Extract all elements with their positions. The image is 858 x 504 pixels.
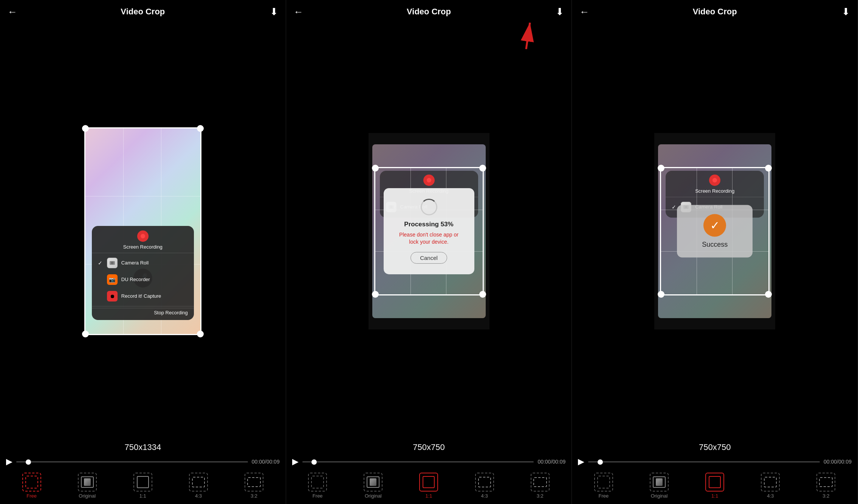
ratio-original-2[interactable]: Original [364,473,383,499]
ratio-free-icon-1 [22,473,41,492]
ratio-free-label-2: Free [313,493,323,499]
landscape-shape-1 [192,477,205,487]
ratio-32-label-1: 3:2 [251,493,257,499]
rec-dot-inner-1 [141,234,145,238]
progress-thumb-2 [311,459,317,465]
crop-corner-bl-3 [658,291,664,298]
ratio-43-label-2: 4:3 [481,493,488,499]
original-shape-2 [367,476,379,488]
rec-icon-row [92,230,194,242]
rec-item-du-recorder[interactable]: ✓ 📷 DU Recorder [92,271,194,288]
success-label: Success [702,240,728,248]
ratio-11-2[interactable]: 1:1 [419,473,438,499]
ratio-32-1[interactable]: 3:2 [245,473,263,499]
play-button-1[interactable]: ▶ [6,457,12,467]
check-mark-1: ✓ [98,260,104,266]
download-button-1[interactable]: ⬇ [270,6,278,18]
original-shape-3 [653,476,666,488]
ratio-free-label-3: Free [599,493,609,499]
rec-dot-1 [137,230,149,242]
rec-item-record-it[interactable]: ✓ ⏺ Record it! Capture [92,288,194,305]
ratio-free-icon-3 [594,473,613,492]
ratio-original-icon-2 [364,473,383,492]
dimension-label-2: 750x750 [286,439,572,455]
ratio-32-icon-2 [531,473,550,492]
camera-roll-label: Camera Roll [121,260,149,266]
ratio-43-3[interactable]: 4:3 [761,473,780,499]
svg-line-4 [526,23,530,49]
progress-track-1[interactable] [16,461,248,462]
cancel-button[interactable]: Cancel [410,252,447,264]
back-button-2[interactable]: ← [294,6,304,18]
ratio-original-1[interactable]: Original [78,473,97,499]
crop-corner-bl-2 [372,291,379,298]
ratio-43-2[interactable]: 4:3 [475,473,494,499]
download-button-3[interactable]: ⬇ [842,6,850,18]
play-button-2[interactable]: ▶ [292,457,299,467]
stop-row-1: Stop Recording [92,308,194,317]
ratio-43-1[interactable]: 4:3 [189,473,208,499]
ratio-43-label-3: 4:3 [767,493,774,499]
progress-track-3[interactable] [588,461,820,462]
ratio-11-3[interactable]: 1:1 [705,473,724,499]
crop-corner-tl-2 [372,165,379,172]
stop-label-1[interactable]: Stop Recording [154,310,188,315]
ratio-original-3[interactable]: Original [650,473,669,499]
ratio-bar-3: Free Original 1:1 4:3 3:2 [572,469,858,504]
landscape-shape-2 [478,477,491,487]
panel-3: ← Video Crop ⬇ Screen Recording ✓ [572,0,858,504]
ratio-original-label-3: Original [651,493,668,499]
ratio-11-label-2: 1:1 [425,493,432,499]
play-button-3[interactable]: ▶ [578,457,584,467]
wide-shape-2 [533,477,547,487]
timeline-3: ▶ 00:00/00:09 [572,455,858,469]
record-it-icon: ⏺ [107,291,118,301]
progress-thumb-3 [598,459,603,465]
wide-shape-3 [819,477,833,487]
crop-corner-tl-3 [658,165,664,172]
phone-background-1: Screen Recording ✓ Camera Roll ✓ 📷 DU Re… [84,127,201,335]
square-shape-1 [137,476,149,488]
ratio-free-2[interactable]: Free [308,473,327,499]
title-2: Video Crop [407,7,451,17]
dimension-label-1: 750x1334 [0,439,286,455]
progress-track-2[interactable] [302,461,534,462]
wide-shape-1 [247,477,261,487]
landscape-shape-3 [764,477,777,487]
panel-2: ← Video Crop ⬇ [286,0,572,504]
svg-point-2 [112,262,113,263]
title-1: Video Crop [121,7,165,17]
crop-container-3: Screen Recording ✓ Camera Roll [654,133,775,329]
back-button-3[interactable]: ← [579,6,589,18]
free-shape-1 [25,476,38,489]
ratio-11-1[interactable]: 1:1 [133,473,152,499]
ratio-original-label-1: Original [79,493,96,499]
ratio-43-label-1: 4:3 [195,493,202,499]
ratio-bar-2: Free Original 1:1 4:3 3:2 [286,469,572,504]
crop-corner-tr-3 [765,165,772,172]
back-button-1[interactable]: ← [8,6,17,18]
success-icon: ✓ [703,214,726,237]
ratio-11-icon-3 [705,473,724,492]
video-area-3: Screen Recording ✓ Camera Roll [572,23,858,439]
ratio-free-1[interactable]: Free [22,473,41,499]
download-button-2[interactable]: ⬇ [556,6,564,18]
processing-dialog: Processing 53% Please don't close app or… [384,188,474,274]
header-3: ← Video Crop ⬇ [572,0,858,23]
crop-corner-br-2 [479,291,486,298]
spinner [421,198,437,215]
ratio-free-3[interactable]: Free [594,473,613,499]
square-shape-2 [423,476,435,488]
rec-divider-1 [92,253,194,253]
original-shape-1 [81,476,94,488]
rec-title-1: Screen Recording [92,244,194,250]
recording-panel-1: Screen Recording ✓ Camera Roll ✓ 📷 DU Re… [92,226,194,320]
ratio-32-3[interactable]: 3:2 [816,473,835,499]
title-3: Video Crop [693,7,737,17]
ratio-11-icon-2 [419,473,438,492]
rec-item-camera-roll[interactable]: ✓ Camera Roll [92,255,194,271]
ratio-32-2[interactable]: 3:2 [531,473,550,499]
ratio-free-label-1: Free [26,493,37,499]
free-shape-2 [311,476,324,489]
free-shape-3 [597,476,610,489]
